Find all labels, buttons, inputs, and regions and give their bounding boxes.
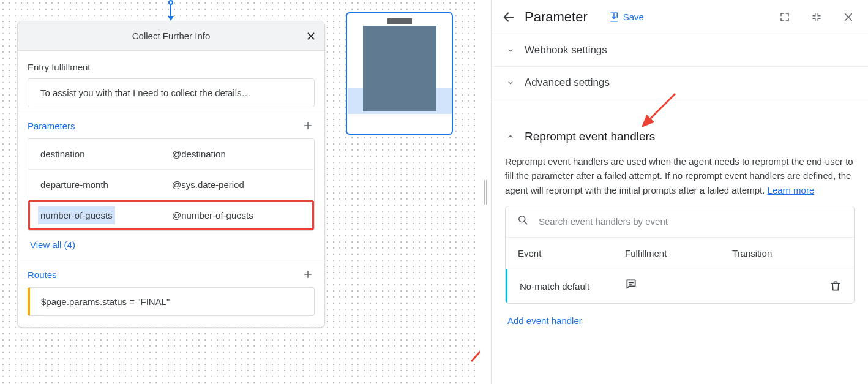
- thumbnail-tab: [387, 18, 412, 24]
- panel-splitter[interactable]: [480, 0, 491, 384]
- fullscreen-exit-icon[interactable]: [809, 10, 824, 24]
- fullscreen-enter-icon[interactable]: [777, 10, 792, 24]
- parameters-label[interactable]: Parameters: [28, 121, 75, 131]
- node-inlet-connector: [170, 0, 171, 21]
- entry-fulfillment-value[interactable]: To assist you with that I need to collec…: [28, 78, 315, 107]
- parameter-list: destination @destination departure-month…: [28, 138, 315, 231]
- flow-canvas[interactable]: Collect Further Info Entry fulfillment T…: [0, 0, 480, 384]
- panel-title: Parameter: [525, 9, 588, 25]
- entry-fulfillment-label: Entry fulfillment: [28, 62, 315, 72]
- parameters-section: Parameters destination @destination depa…: [18, 111, 324, 260]
- page-node-card[interactable]: Collect Further Info Entry fulfillment T…: [17, 21, 325, 328]
- save-icon: [608, 12, 619, 23]
- event-handler-search-input[interactable]: [537, 216, 843, 227]
- flow-node-thumbnail[interactable]: [346, 12, 453, 135]
- add-parameter-button[interactable]: [301, 119, 315, 132]
- delete-icon[interactable]: [829, 280, 842, 292]
- routes-label[interactable]: Routes: [28, 269, 57, 280]
- close-icon[interactable]: [841, 10, 856, 24]
- parameter-row[interactable]: departure-month @sys.date-period: [28, 169, 314, 200]
- thumbnail-body: [363, 26, 436, 111]
- add-route-button[interactable]: [301, 268, 315, 281]
- advanced-settings-accordion[interactable]: Advanced settings: [492, 67, 868, 99]
- back-icon[interactable]: [501, 10, 516, 24]
- node-title: Collect Further Info: [132, 31, 211, 41]
- webhook-settings-accordion[interactable]: Webhook settings: [492, 34, 868, 67]
- route-row[interactable]: $page.params.status = "FINAL": [28, 287, 315, 316]
- entry-fulfillment-section: Entry fulfillment To assist you with tha…: [18, 51, 324, 111]
- search-icon: [517, 214, 529, 230]
- reprompt-handlers-accordion: Reprompt event handlers Reprompt event h…: [492, 120, 868, 339]
- learn-more-link[interactable]: Learn more: [768, 185, 815, 195]
- parameter-row-selected[interactable]: number-of-guests @number-of-guests: [28, 200, 314, 230]
- message-icon: [625, 282, 637, 292]
- svg-point-2: [519, 216, 525, 222]
- reprompt-handlers-header[interactable]: Reprompt event handlers: [492, 120, 868, 153]
- event-handlers-table: Event Fulfillment Transition No-match de…: [505, 206, 855, 304]
- chevron-down-icon: [505, 45, 516, 56]
- chevron-down-icon: [505, 77, 516, 88]
- close-icon[interactable]: [304, 29, 318, 43]
- parameter-row[interactable]: destination @destination: [28, 139, 314, 169]
- panel-header: Parameter Save: [492, 0, 868, 34]
- splitter-grip-icon: [484, 180, 487, 205]
- add-event-handler-link[interactable]: Add event handler: [505, 310, 585, 328]
- event-handler-search[interactable]: [506, 206, 854, 238]
- parameter-panel: Parameter Save: [491, 0, 868, 384]
- chevron-up-icon: [505, 131, 516, 142]
- svg-line-0: [471, 331, 480, 361]
- routes-section: Routes $page.params.status = "FINAL": [18, 260, 324, 327]
- view-all-parameters-link[interactable]: View all (4): [28, 231, 78, 256]
- event-handler-table-head: Event Fulfillment Transition: [506, 238, 854, 269]
- node-header: Collect Further Info: [18, 21, 324, 51]
- event-handler-row[interactable]: No-match default: [506, 269, 854, 303]
- save-button[interactable]: Save: [608, 12, 644, 23]
